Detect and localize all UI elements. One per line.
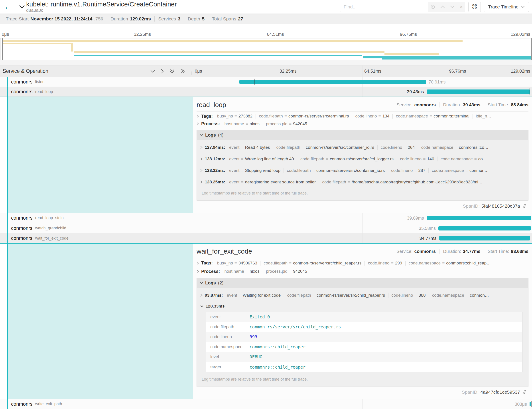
span-operation: watch_grandchild: [35, 226, 66, 230]
log-field-pill: code.filepath=conmon-rs/server/src/conta…: [284, 168, 388, 173]
link-icon[interactable]: [522, 203, 527, 209]
span-color-accent: [7, 399, 8, 409]
tag-pill: code.lineno=299: [364, 261, 405, 265]
tag-pill: code.namespace=conmonrs::child_reap…: [405, 261, 494, 265]
span-bar[interactable]: [530, 402, 531, 406]
axis-tick-label: 96.76ms: [449, 68, 466, 74]
match-case-icon[interactable]: [430, 4, 435, 9]
find-prev-icon[interactable]: [440, 5, 445, 9]
field-value: conmon-rs/server/src/child_reaper.rs: [250, 324, 341, 329]
log-timestamp: 127.94ms:: [205, 145, 225, 150]
log-timestamp: 93.87ms:: [205, 293, 223, 298]
minimap-axis: 0μs 32.25ms 64.51ms 96.76ms 129.02ms: [0, 24, 532, 38]
expand-one-icon[interactable]: [161, 69, 164, 74]
log-field-row: code.filepath conmon-rs/server/src/child…: [206, 322, 522, 332]
clear-find-icon[interactable]: ×: [460, 4, 463, 10]
chevron-right-icon: [197, 122, 199, 126]
minimap-right-handle[interactable]: [531, 39, 532, 60]
log-entry[interactable]: 128.22ms: event=Stopping read loop code.…: [200, 165, 526, 176]
process-line[interactable]: Process: host.name=nixos process.pid=942…: [197, 267, 528, 276]
collapse-title-button[interactable]: [19, 5, 25, 9]
detail-title: wait_for_exit_code: [197, 248, 252, 255]
log-entry[interactable]: 127.94ms: event=Read 4 bytes code.filepa…: [200, 142, 526, 153]
process-pill: host.name=nixos: [221, 269, 263, 274]
field-key: code.namespace: [206, 344, 250, 349]
duration-value: 39.43ms: [463, 102, 480, 108]
collapse-one-icon[interactable]: [150, 70, 155, 73]
log-entry[interactable]: 128.12ms: event=Wrote log line of length…: [200, 153, 526, 165]
minimap-tick-label: 96.76ms: [400, 32, 417, 37]
field-value: DEBUG: [250, 354, 262, 359]
log-field-pill: code.namespace=conmon…: [429, 293, 492, 298]
logs-footnote: Log timestamps are relative to the start…: [200, 374, 526, 384]
chevron-right-icon: [200, 146, 203, 149]
minimap-span-bar: [382, 59, 531, 59]
span-row-wait-for-exit-code[interactable]: conmonrs wait_for_exit_code 34.77ms: [0, 233, 532, 244]
find-input[interactable]: [340, 2, 428, 12]
span-duration-label: 70.91ms: [429, 79, 446, 84]
span-operation: write_exit_path: [35, 402, 62, 406]
chevron-right-icon: [197, 114, 199, 118]
span-row-read-loop[interactable]: conmonrs read_loop 39.43ms: [0, 87, 532, 97]
start-time-value: 93.63ms: [511, 249, 528, 254]
summary-value: 129.02ms: [130, 16, 151, 21]
span-row-read-loop-stdin[interactable]: conmonrs read_loop_stdin 39.69ms: [0, 213, 532, 223]
process-line[interactable]: Process: host.name=nixos process.pid=942…: [197, 120, 528, 128]
log-entry[interactable]: 93.87ms: event=Waiting for exit code cod…: [200, 290, 526, 301]
service-operation-header: Service & Operation: [3, 68, 48, 74]
span-color-accent: [7, 77, 8, 87]
span-bar[interactable]: [427, 216, 531, 220]
log-timestamp: 128.25ms:: [205, 180, 225, 185]
log-timestamp: 128.33ms: [206, 304, 225, 309]
span-bar[interactable]: [239, 80, 426, 84]
logs-header[interactable]: Logs (4): [197, 130, 528, 140]
link-icon[interactable]: [522, 390, 527, 395]
minimap-tick-label: 32.25ms: [134, 32, 151, 37]
log-field-pill: code.lineno=287: [388, 168, 428, 173]
log-field-row: level DEBUG: [206, 352, 522, 362]
minimap-tick-label: 129.02ms: [511, 32, 530, 37]
span-operation: read_loop_stdin: [35, 215, 64, 220]
process-label: Process:: [201, 121, 220, 126]
span-id-value: 5faf48165428c37a: [481, 203, 520, 209]
minimap-left-handle[interactable]: [2, 39, 3, 60]
span-row-listen[interactable]: conmonrs listen 70.91ms: [0, 77, 532, 87]
view-selector-button[interactable]: Trace Timeline: [484, 2, 529, 12]
expand-all-icon[interactable]: [180, 69, 185, 74]
keyboard-shortcuts-button[interactable]: ⌘: [468, 2, 481, 12]
span-row-watch-grandchild[interactable]: conmonrs watch_grandchild 35.58ms: [0, 223, 532, 233]
log-field-pill: event=Stopping read loop: [226, 168, 284, 173]
log-entry[interactable]: 128.25ms: event=deregistering event sour…: [200, 176, 526, 188]
minimap-canvas[interactable]: [0, 38, 532, 60]
field-value: conmonrs::child_reaper: [250, 365, 305, 370]
log-field-pill: code.filepath=conmon-rs/server/src/cri_l…: [297, 157, 397, 161]
log-field-pill: code.lineno=388: [388, 293, 429, 298]
minimap-span-bar: [384, 53, 439, 55]
find-next-icon[interactable]: [450, 5, 455, 9]
chevron-right-icon: [200, 181, 203, 184]
span-bar[interactable]: [439, 236, 530, 240]
span-bar[interactable]: [427, 89, 531, 94]
span-service: conmonrs: [11, 215, 33, 221]
chevron-right-icon: [197, 270, 199, 273]
span-row-write-exit-path[interactable]: conmonrs write_exit_path 303μs: [0, 399, 532, 409]
column-resizer[interactable]: [190, 71, 191, 75]
collapse-all-icon[interactable]: [170, 69, 175, 74]
summary-label: Trace Start: [6, 16, 28, 21]
span-bar[interactable]: [438, 226, 531, 230]
tags-label: Tags:: [201, 260, 213, 265]
back-button[interactable]: ←: [0, 0, 16, 14]
tags-line[interactable]: Tags: busy_ns=34506763 code.filepath=con…: [197, 259, 528, 267]
span-service: conmonrs: [11, 89, 33, 95]
logs-header[interactable]: Logs (2): [197, 278, 528, 288]
expanded-log-header[interactable]: 128.33ms: [200, 301, 526, 311]
summary-item: Trace Start November 15 2022, 11:24:14.7…: [2, 16, 107, 21]
axis-tick-label: 64.51ms: [364, 68, 381, 74]
minimap-spacer: [0, 60, 532, 66]
summary-label: Services: [158, 16, 176, 21]
log-field-row: code.lineno 393: [206, 332, 522, 342]
span-service: conmonrs: [11, 79, 33, 85]
tags-line[interactable]: Tags: busy_ns=273882 code.filepath=conmo…: [197, 112, 528, 120]
tag-pill: busy_ns=34506763: [214, 261, 260, 265]
minimap-span-bar: [74, 55, 362, 56]
